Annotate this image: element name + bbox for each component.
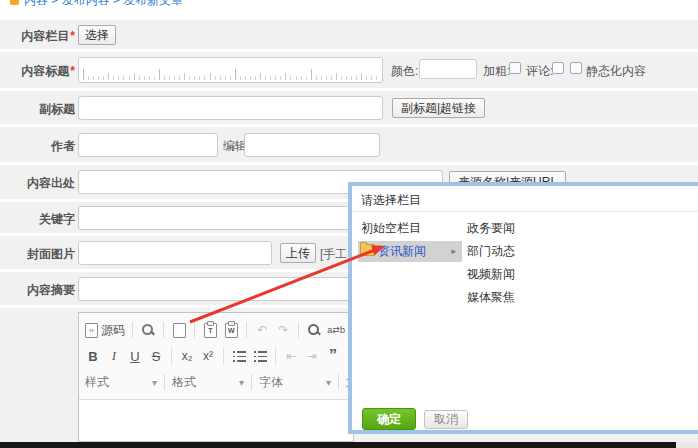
- toolbar-separator: [223, 348, 224, 364]
- toolbar-separator: [275, 348, 276, 364]
- bold-checkbox[interactable]: [509, 62, 521, 74]
- format-dropdown[interactable]: 格式▾: [172, 374, 244, 391]
- editor-content-area[interactable]: [79, 400, 353, 441]
- source-code-label: 源码: [101, 322, 125, 339]
- strikethrough-icon[interactable]: S: [148, 347, 164, 365]
- numbered-list-icon[interactable]: [231, 347, 247, 365]
- subscript-icon[interactable]: x₂: [179, 347, 195, 365]
- author-label: 作者: [0, 138, 75, 155]
- subtitle-input[interactable]: [78, 96, 383, 120]
- folder-icon: [360, 244, 375, 256]
- source-code-icon[interactable]: ‹› 源码: [85, 321, 125, 339]
- comment-checkbox[interactable]: [552, 62, 564, 74]
- toolbar-separator: [132, 322, 133, 338]
- static-content-label: 静态化内容: [586, 63, 646, 80]
- breadcrumb-links[interactable]: 内容 > 发布内容 > 发布新文章: [10, 0, 183, 9]
- toolbar-separator: [338, 374, 339, 390]
- subtitle-hyperlink-button[interactable]: 副标题|超链接: [392, 98, 485, 118]
- select-column-dialog: 请选择栏目 初始空栏目 资讯新闻 ▸ 政务要闻 部门动态 视频新闻 媒体聚焦 确…: [348, 182, 698, 434]
- ok-button[interactable]: 确定: [362, 408, 416, 430]
- tree-child-item[interactable]: 视频新闻: [467, 264, 557, 285]
- chevron-down-icon: ▾: [326, 377, 331, 388]
- toolbar-separator: [163, 322, 164, 338]
- tree-child-item[interactable]: 部门动态: [467, 241, 557, 262]
- superscript-icon[interactable]: x²: [200, 347, 216, 365]
- dialog-title-divider: [352, 211, 698, 212]
- bold-label: 加粗:: [483, 63, 510, 80]
- chevron-down-icon: ▾: [152, 377, 157, 388]
- title-color-input[interactable]: [419, 59, 477, 79]
- font-dropdown[interactable]: 字体▾: [259, 374, 331, 391]
- select-column-button[interactable]: 选择: [78, 25, 116, 45]
- content-source-label: 内容出处: [0, 175, 75, 192]
- toolbar-separator: [246, 322, 247, 338]
- styles-dropdown[interactable]: 样式▾: [85, 374, 157, 391]
- bold-icon[interactable]: B: [85, 347, 101, 365]
- find-icon[interactable]: [306, 321, 322, 339]
- template-icon[interactable]: [171, 321, 187, 339]
- row-content-column: 内容栏目* 选择: [0, 20, 698, 49]
- row-content-title: 内容标题* 颜色: 加粗: 评论: 静态化内容: [0, 52, 698, 88]
- row-author: 作者 编辑:: [0, 127, 698, 162]
- paste-text-icon[interactable]: T: [202, 321, 218, 339]
- content-column-label: 内容栏目: [21, 29, 69, 43]
- undo-icon[interactable]: ↶: [254, 321, 270, 339]
- keywords-label: 关键字: [0, 211, 75, 228]
- required-mark: *: [70, 64, 75, 78]
- paste-from-word-icon[interactable]: W: [223, 321, 239, 339]
- author-input[interactable]: [78, 133, 218, 157]
- static-content-checkbox[interactable]: [570, 62, 582, 74]
- expand-arrow-icon: ▸: [451, 241, 456, 262]
- breadcrumb: 内容 > 发布内容 > 发布新文章: [0, 0, 698, 9]
- toolbar-separator: [194, 322, 195, 338]
- bottom-edge-bar-end: [676, 442, 698, 448]
- preview-icon[interactable]: [140, 321, 156, 339]
- italic-icon[interactable]: I: [106, 347, 122, 365]
- blockquote-icon[interactable]: ”: [325, 347, 341, 365]
- required-mark: *: [70, 29, 75, 43]
- tree-item-root[interactable]: 初始空栏目: [361, 218, 459, 239]
- upload-button[interactable]: 上传: [280, 243, 316, 263]
- editor-input[interactable]: [244, 133, 380, 157]
- rich-text-editor: ‹› 源码 T W ↶ ↷ a⇄b ≡ B I U: [78, 312, 354, 442]
- content-title-input[interactable]: [78, 57, 383, 83]
- toolbar-separator: [298, 322, 299, 338]
- summary-label: 内容摘要: [0, 282, 75, 299]
- breadcrumb-icon: [10, 0, 19, 5]
- indent-icon[interactable]: ⇥: [304, 347, 320, 365]
- tree-item-selected[interactable]: 资讯新闻 ▸: [358, 241, 462, 262]
- tree-child-item[interactable]: 政务要闻: [467, 218, 557, 239]
- underline-icon[interactable]: U: [127, 347, 143, 365]
- chevron-down-icon: ▾: [239, 377, 244, 388]
- color-label: 颜色:: [391, 63, 418, 80]
- toolbar-separator: [171, 348, 172, 364]
- redo-icon[interactable]: ↷: [275, 321, 291, 339]
- replace-icon[interactable]: a⇄b: [327, 321, 345, 339]
- content-title-label: 内容标题: [21, 64, 69, 78]
- breadcrumb-text[interactable]: 内容 > 发布内容 > 发布新文章: [24, 0, 183, 7]
- comment-label: 评论:: [526, 63, 553, 80]
- tree-child-item[interactable]: 媒体聚焦: [467, 287, 557, 308]
- toolbar-separator: [164, 374, 165, 390]
- dialog-title: 请选择栏目: [361, 192, 421, 209]
- row-subtitle: 副标题 副标题|超链接: [0, 91, 698, 124]
- outdent-icon[interactable]: ⇤: [283, 347, 299, 365]
- bottom-edge-bar: [0, 442, 676, 448]
- toolbar-separator: [251, 374, 252, 390]
- publish-article-page: 内容 > 发布内容 > 发布新文章 内容栏目* 选择 内容标题* 颜色: 加粗:…: [0, 0, 698, 448]
- cover-image-label: 封面图片: [0, 246, 75, 263]
- cover-image-input[interactable]: [78, 241, 272, 265]
- editor-toolbar: ‹› 源码 T W ↶ ↷ a⇄b ≡ B I U: [79, 313, 353, 400]
- title-length-ruler: [83, 69, 378, 80]
- subtitle-label: 副标题: [0, 101, 75, 118]
- bulleted-list-icon[interactable]: [252, 347, 268, 365]
- cancel-button[interactable]: 取消: [424, 410, 468, 429]
